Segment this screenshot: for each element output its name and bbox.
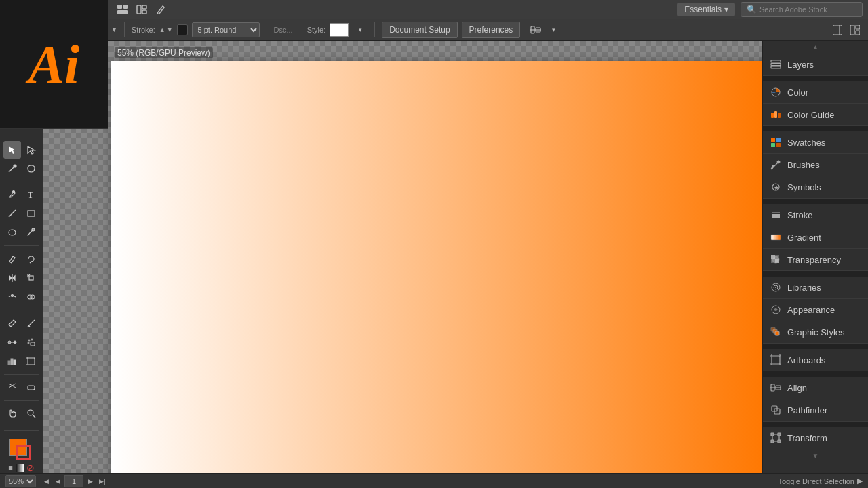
svg-point-28 xyxy=(11,294,13,296)
blend-tool[interactable] xyxy=(3,333,21,351)
graphic-styles-label: Graphic Styles xyxy=(787,327,845,338)
stroke-profile-dropdown[interactable]: 5 pt. Round xyxy=(192,22,260,37)
prev-page-button[interactable]: ◀ xyxy=(52,476,63,487)
zoom-info-label: 55% (RGB/GPU Preview) xyxy=(115,47,213,58)
svg-rect-55 xyxy=(771,60,781,62)
tool-separator-3 xyxy=(4,310,39,310)
color-guide-label: Color Guide xyxy=(787,110,834,120)
workspace-arrange-icon[interactable] xyxy=(848,22,863,37)
panel-item-gradient[interactable]: Gradient xyxy=(763,226,868,249)
panel-item-transform[interactable]: Transform xyxy=(763,427,868,449)
column-graph-tool[interactable] xyxy=(3,352,21,370)
line-tool[interactable] xyxy=(3,205,21,222)
direct-selection-tool[interactable] xyxy=(22,141,40,159)
scale-tool[interactable] xyxy=(22,269,40,287)
brush-tool-icon[interactable] xyxy=(153,2,168,17)
next-page-button[interactable]: ▶ xyxy=(85,476,96,487)
symbols-label: Symbols xyxy=(787,182,821,192)
artboards-icon xyxy=(770,354,782,366)
pathfinder-label: Pathfinder xyxy=(787,405,827,415)
pencil-tool[interactable] xyxy=(3,250,21,268)
toggle-arrow-icon[interactable]: ▶ xyxy=(857,476,863,485)
svg-marker-26 xyxy=(13,276,15,280)
magic-wand-tool[interactable] xyxy=(3,160,21,178)
page-number-input[interactable] xyxy=(64,475,83,487)
measure-tool[interactable] xyxy=(22,314,40,332)
ellipse-tool[interactable] xyxy=(3,224,21,241)
panel-item-brushes[interactable]: Brushes xyxy=(763,154,868,176)
panel-item-artboards[interactable]: Artboards xyxy=(763,349,868,371)
align-to-icon[interactable] xyxy=(528,22,543,37)
essentials-button[interactable]: Essentials ▾ xyxy=(677,3,735,16)
panel-item-symbols[interactable]: ★ Symbols xyxy=(763,176,868,199)
tool-row-5 xyxy=(3,224,40,241)
svg-rect-65 xyxy=(776,143,781,147)
panel-divider-7 xyxy=(763,422,868,427)
style-swatch[interactable] xyxy=(330,23,349,37)
preferences-button[interactable]: Preferences xyxy=(462,22,521,38)
arrange-windows-icon[interactable] xyxy=(134,2,149,17)
rect-tool[interactable] xyxy=(22,205,40,222)
panel-item-appearance[interactable]: Appearance xyxy=(763,299,868,321)
tool-row-9 xyxy=(3,314,40,332)
panel-item-color-guide[interactable]: Color Guide xyxy=(763,104,868,126)
tool-row-1 xyxy=(3,141,40,159)
svg-point-18 xyxy=(12,191,14,193)
panel-item-transparency[interactable]: Transparency xyxy=(763,249,868,271)
rotate-tool[interactable] xyxy=(22,250,40,268)
canvas-area[interactable]: 55% (RGB/GPU Preview) xyxy=(43,41,762,473)
color-separator xyxy=(4,430,39,431)
right-panel: ▲ Layers Color xyxy=(762,41,868,473)
panel-item-swatches[interactable]: Swatches xyxy=(763,131,868,154)
zoom-select[interactable]: 55% xyxy=(5,475,36,487)
artboard xyxy=(111,61,762,473)
eyedropper-tool[interactable] xyxy=(3,314,21,332)
first-page-button[interactable]: |◀ xyxy=(40,476,51,487)
hand-tool[interactable] xyxy=(3,405,21,422)
reflect-tool[interactable] xyxy=(3,269,21,287)
zoom-tool[interactable] xyxy=(22,405,40,422)
panel-scroll-down[interactable]: ▼ xyxy=(763,449,868,462)
svg-rect-27 xyxy=(29,276,33,280)
panel-item-graphic-styles[interactable]: Graphic Styles xyxy=(763,321,868,344)
color-guide-icon xyxy=(770,108,782,121)
search-adobe-stock[interactable]: 🔍 Search Adobe Stock xyxy=(741,2,863,17)
stroke-up-arrow[interactable]: ▲ xyxy=(159,26,165,33)
stroke-label-panel: Stroke xyxy=(787,210,813,220)
svg-rect-45 xyxy=(28,358,35,365)
color-mode-gradient[interactable] xyxy=(16,464,24,472)
svg-rect-99 xyxy=(771,433,774,436)
stroke-swatch[interactable] xyxy=(16,445,31,460)
panel-item-align[interactable]: Align xyxy=(763,377,868,399)
type-tool[interactable]: T xyxy=(22,186,40,203)
shape-builder-tool[interactable] xyxy=(22,288,40,306)
lasso-tool[interactable] xyxy=(22,160,40,178)
panel-item-layers[interactable]: Layers xyxy=(763,54,868,76)
symbol-sprayer-tool[interactable] xyxy=(22,333,40,351)
stroke-arrow-down[interactable]: ▼ xyxy=(111,26,117,33)
eraser-tool[interactable] xyxy=(22,378,40,396)
distribute-icon[interactable]: ▾ xyxy=(546,22,561,37)
color-mode-none[interactable]: ⊘ xyxy=(26,462,35,473)
color-mode-solid[interactable]: ■ xyxy=(8,464,13,472)
swatches-label: Swatches xyxy=(787,138,825,148)
artboard-tool[interactable] xyxy=(22,352,40,370)
document-setup-button[interactable]: Document Setup xyxy=(382,22,457,38)
panel-toggle-icon[interactable] xyxy=(830,22,845,37)
style-dropdown-icon[interactable]: ▾ xyxy=(353,22,368,37)
panel-item-pathfinder[interactable]: Pathfinder xyxy=(763,399,868,422)
panel-scroll-up[interactable]: ▲ xyxy=(763,41,868,54)
panel-item-color[interactable]: Color xyxy=(763,81,868,104)
workspace-layout-icon[interactable] xyxy=(115,2,130,17)
panel-item-libraries[interactable]: Libraries xyxy=(763,277,868,299)
paintbrush-tool[interactable] xyxy=(22,224,40,241)
svg-rect-3 xyxy=(137,5,141,14)
panel-item-stroke[interactable]: Stroke xyxy=(763,204,868,226)
slice-tool[interactable] xyxy=(3,378,21,396)
pen-tool[interactable] xyxy=(3,186,21,203)
warp-tool[interactable] xyxy=(3,288,21,306)
last-page-button[interactable]: ▶| xyxy=(97,476,108,487)
svg-rect-43 xyxy=(11,359,13,365)
selection-tool[interactable] xyxy=(3,141,21,159)
stroke-down-arrow[interactable]: ▼ xyxy=(167,26,173,33)
